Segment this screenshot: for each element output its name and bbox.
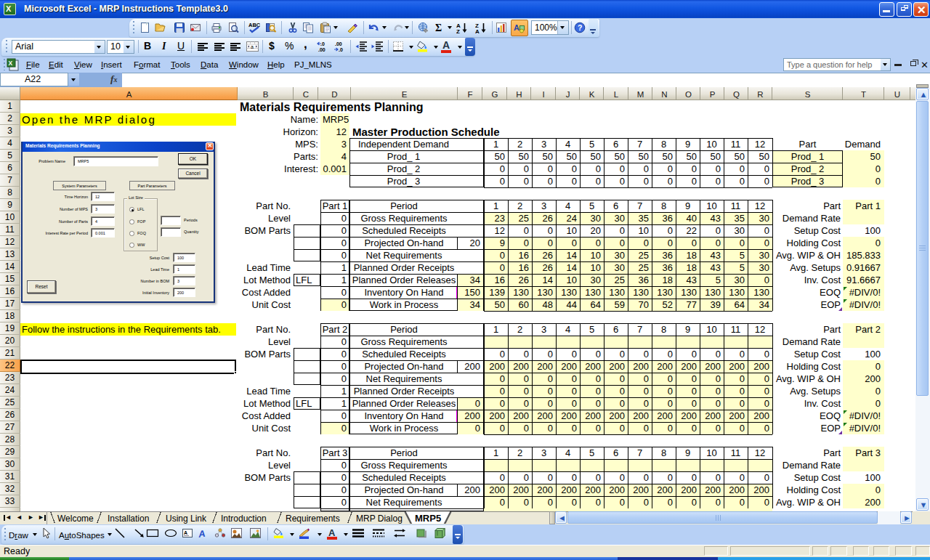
- svg-text:A: A: [198, 528, 206, 539]
- svg-text:A: A: [514, 23, 519, 32]
- svg-text:X: X: [9, 60, 13, 67]
- svg-text:.00: .00: [335, 41, 342, 46]
- svg-text:?: ?: [578, 23, 582, 32]
- svg-text:Σ: Σ: [435, 23, 442, 33]
- svg-text:.0: .0: [339, 47, 343, 52]
- svg-text:a: a: [251, 44, 254, 49]
- svg-text:Z: Z: [456, 28, 460, 34]
- svg-text:A: A: [184, 530, 187, 535]
- svg-text:.00: .00: [318, 47, 326, 52]
- svg-text:A: A: [475, 28, 480, 34]
